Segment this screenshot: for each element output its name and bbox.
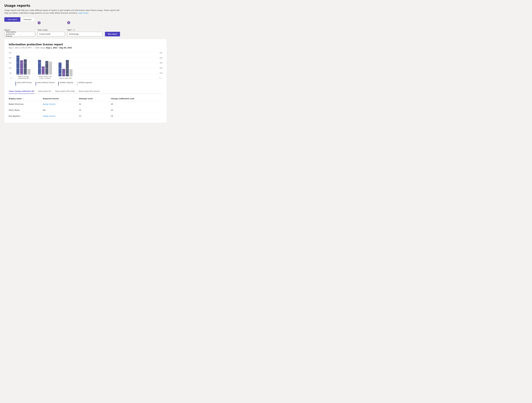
bar-seeded-1 <box>24 59 27 75</box>
chart-group-label-2: Teams export API(chat + teams) <box>38 76 51 79</box>
legend-users-without-license: Users without license <box>36 82 54 86</box>
col-attempt-count: Attempt count <box>79 96 111 101</box>
tab-download[interactable]: Download <box>20 17 34 22</box>
bar-utilized-3 <box>70 69 72 76</box>
report-card: Information protection license report Au… <box>4 39 167 123</box>
bar-users-with-license-2 <box>38 60 41 75</box>
report-select[interactable]: Information protection license ⌄ <box>4 32 35 36</box>
chart-legend: Users with license Users without license… <box>15 82 162 86</box>
data-tab-export-teams[interactable]: Teams export APIs (teams) <box>79 89 100 94</box>
cell-license-1[interactable]: Assign license <box>43 101 79 107</box>
cell-license-2: Yes <box>43 107 79 113</box>
table-row: Hilary Reyes Yes 13 10 <box>9 107 162 113</box>
sort-icon: ↓ <box>23 98 24 100</box>
table-row: Roy Appleton Assign license 12 10 <box>9 113 162 119</box>
bar-users-with-license-3 <box>58 63 62 76</box>
y-axis-right: 500 400 300 200 100 0 <box>158 52 162 79</box>
data-tabs: Teams change notification API Teams patc… <box>9 89 162 94</box>
tab-bar: View reports Download <box>4 17 167 22</box>
chart-group-label-1: Teams change notification API <box>15 76 32 79</box>
chart-groups: Teams change notification API Teams expo… <box>13 52 158 79</box>
cell-attempt-3: 12 <box>79 113 111 119</box>
date-range-control: 1 Date range <box>38 25 65 36</box>
learn-more-link[interactable]: Learn more <box>78 12 88 14</box>
legend-color-blue <box>15 82 16 86</box>
step-2-badge: 2 <box>67 21 70 24</box>
report-meta: Aug 7, 2021 11:59 am (PT) | Date range: … <box>9 47 162 49</box>
legend-utilized-capacity: Utilized capacity <box>77 82 92 86</box>
tab-view-reports[interactable]: View reports <box>4 17 20 22</box>
cell-name-3: Roy Appleton <box>9 113 43 119</box>
bar-users-without-license-2 <box>42 66 45 75</box>
apps-control: 2 Apps i <box>67 25 102 36</box>
bars-row-3 <box>58 60 72 76</box>
page-title: Usage reports <box>4 4 167 8</box>
page-description: Usage reports will help you create diffe… <box>4 9 121 14</box>
bar-utilized-2 <box>49 62 52 75</box>
bar-seeded-3 <box>66 60 69 76</box>
controls-row: Report Information protection license ⌄ … <box>4 25 167 36</box>
y-axis-left: 30k 24k 18k 12k 6k 0 <box>9 52 13 79</box>
cell-notification-3: 10 <box>111 113 162 119</box>
step-1-badge: 1 <box>38 21 41 24</box>
cell-notification-1: 10 <box>111 101 162 107</box>
legend-color-dark <box>58 82 59 86</box>
cell-attempt-1: 12 <box>79 101 111 107</box>
col-notification-sent: Change notification sent <box>111 96 162 101</box>
col-display-name: Display name ↓ <box>9 96 43 101</box>
report-card-title: Information protection license report <box>9 43 162 46</box>
info-icon: i <box>73 29 75 31</box>
cell-name-1: Babak Shammas <box>9 101 43 107</box>
report-label: Report <box>4 29 35 31</box>
data-tab-export-chat[interactable]: Teams export APIs (chat) <box>55 89 75 94</box>
chart-group-label-3: Teams patch API <box>59 77 72 79</box>
legend-users-with-license: Users with license <box>15 82 32 86</box>
report-control: Report Information protection license ⌄ <box>4 29 35 36</box>
chart-group-1: Teams change notification API <box>15 56 32 79</box>
apps-input[interactable] <box>67 32 102 36</box>
bars-row-2 <box>38 60 52 75</box>
data-tab-change-notification[interactable]: Teams change notification API <box>9 89 34 94</box>
date-range-label: Date range <box>38 29 65 31</box>
bar-users-with-license-1 <box>16 56 19 75</box>
cell-attempt-2: 13 <box>79 107 111 113</box>
run-report-button[interactable]: Run report <box>105 32 120 36</box>
bars-row-1 <box>16 56 30 75</box>
col-required-license: Required license <box>43 96 79 101</box>
bar-users-without-license-1 <box>20 60 23 75</box>
table-row: Babak Shammas Assign license 12 10 <box>9 101 162 107</box>
legend-color-light <box>77 82 77 86</box>
legend-seeded-capacity: Seeded capacity <box>58 82 73 86</box>
data-table: Display name ↓ Required license Attempt … <box>9 96 162 119</box>
date-range-input[interactable] <box>38 32 65 36</box>
cell-name-2: Hilary Reyes <box>9 107 43 113</box>
bar-users-without-license-3 <box>62 69 65 76</box>
data-tab-patch[interactable]: Teams patch API <box>38 89 51 94</box>
apps-label: Apps i <box>67 29 102 31</box>
legend-color-purple <box>36 82 36 86</box>
cell-notification-2: 10 <box>111 107 162 113</box>
cell-license-3[interactable]: Assign license <box>43 113 79 119</box>
chevron-down-icon: ⌄ <box>20 33 34 35</box>
bar-seeded-2 <box>45 61 48 75</box>
